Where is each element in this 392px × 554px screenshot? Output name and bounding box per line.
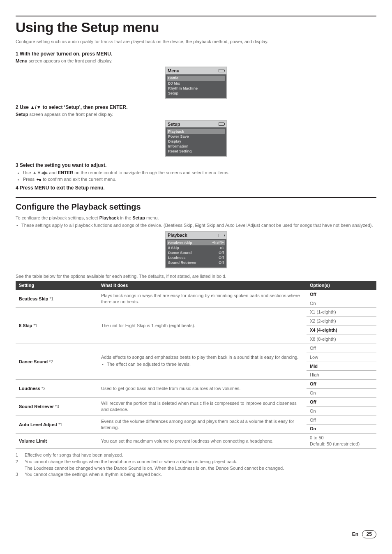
lcd-playback-screen: Playback Beatless Skip◀Off▶8 Skipx1Dance… [165, 231, 227, 268]
setting-option-cell: X4 (4-eighth) [307, 326, 376, 335]
footnotes: 1Effective only for songs that have been… [16, 452, 376, 478]
lcd-row-value: x1 [220, 245, 224, 250]
setup-word: Setup [16, 112, 28, 117]
lcd-menu-item-djmix: DJ Mix [166, 81, 226, 86]
lcd-setup-item-display: Display [166, 139, 226, 144]
setting-name-cell: Loudness *2 [16, 380, 98, 398]
setting-option-cell: Low [307, 353, 376, 362]
table-row: Dance Sound *2Adds effects to songs and … [16, 344, 376, 353]
table-row: 8 Skip *1The unit for Eight Skip is 1-ei… [16, 308, 376, 317]
lcd-setup-item-reset: Reset Setting [166, 149, 226, 154]
page-title: Using the Setup menu [16, 18, 376, 37]
lcd-row-value: Off [215, 240, 221, 245]
desc-bullet: The effect can be adjusted to three leve… [101, 361, 303, 367]
battery-icon [219, 69, 224, 72]
setting-desc-cell: Evens out the volume differences among s… [98, 416, 307, 434]
step-3-bullet-1: Use ▲▼◀▶ and ENTER on the remote control… [23, 170, 376, 176]
setting-desc-cell: Plays back songs in ways that are easy f… [98, 290, 307, 308]
section-playback-title: Configure the Playback settings [16, 201, 376, 212]
lcd-playback-row: 8 Skipx1 [166, 245, 226, 250]
text: Press [23, 177, 36, 182]
enter-label: ENTER [58, 170, 73, 175]
battery-icon [219, 122, 224, 126]
setting-option-cell: Off [307, 290, 376, 299]
lcd-setup-body: Playback Power Save Display Information … [166, 127, 226, 156]
footnote-text: Effective only for songs that have been … [25, 452, 123, 458]
lcd-row-value: Off [219, 260, 224, 265]
lcd-menu-item-label: DJ Mix [168, 81, 180, 86]
lcd-setup-item-label: Power Save [168, 134, 189, 139]
setting-option-cell: Off [307, 416, 376, 425]
section-playback-lead: To configure the playback settings, sele… [16, 215, 376, 221]
step-3-bullet-2: Press to confirm and exit the current me… [23, 176, 376, 182]
text: Use [23, 170, 32, 175]
footnote-num [16, 465, 21, 471]
setting-option-cell: X2 (2-eighth) [307, 317, 376, 326]
lcd-menu-item-label: Battle [168, 76, 178, 81]
step-3-head: 3 Select the setting you want to adjust. [16, 162, 376, 169]
step-1-sub: Menu screen appears on the front panel d… [16, 58, 376, 64]
setting-option-cell: X8 (8-eighth) [307, 335, 376, 344]
lcd-menu-item-setup: Setup [166, 91, 226, 96]
setup-word: Setup [132, 215, 145, 220]
page-intro: Configure setting such as audio quality … [16, 39, 376, 45]
lcd-setup-item-information: Information [166, 144, 226, 149]
lcd-row-name: Dance Sound [168, 250, 192, 255]
col-setting: Setting [16, 281, 98, 290]
footnote-text: You cannot change the settings when the … [25, 459, 238, 465]
lcd-row-name: Sound Retriever [168, 260, 197, 265]
lcd-menu-title: Menu [168, 68, 180, 74]
step-3-bullets: Use ▲▼◀▶ and ENTER on the remote control… [23, 170, 376, 182]
lcd-menu-title-bar: Menu [166, 67, 226, 74]
lcd-setup-screen: Setup Playback Power Save Display Inform… [165, 120, 227, 157]
footnote-row: 2You cannot change the settings when the… [16, 459, 376, 465]
step-1-sub-rest: screen appears on the front panel displa… [28, 58, 113, 63]
section-rule [16, 197, 376, 198]
table-row: Loudness *2Used to get good bass and tre… [16, 380, 376, 389]
footer-page-number: 25 [362, 530, 376, 538]
setting-option-cell: On [307, 299, 376, 308]
settings-table-body: Beatless Skip *1Plays back songs in ways… [16, 290, 376, 448]
lcd-setup-item-label: Playback [168, 129, 184, 134]
page-footer: En 25 [16, 527, 376, 538]
lcd-row-value-wrap: ◀Off▶ [212, 240, 224, 245]
lcd-setup-item-powersave: Power Save [166, 134, 226, 139]
setting-option-cell: 0 to 50 Default: 50 (unrestricted) [307, 434, 376, 449]
step-2-head: 2 Use ▲/▼ to select ‘Setup’, then press … [16, 104, 376, 111]
lcd-setup-item-playback: Playback [167, 129, 225, 134]
lcd-setup-item-label: Display [168, 139, 181, 144]
lcd-playback-row: LoudnessOff [166, 255, 226, 260]
setting-option-cell: Mid [307, 362, 376, 371]
setting-option-cell: Off [307, 380, 376, 389]
text: on the remote control to navigate throug… [73, 170, 229, 175]
lcd-row-name: Loudness [168, 255, 186, 260]
lcd-playback-row: Sound RetrieverOff [166, 260, 226, 265]
lcd-menu-screen: Menu Battle DJ Mix Rhythm Machine Setup [165, 67, 227, 99]
setting-name-cell: Auto Level Adjust *1 [16, 416, 98, 434]
settings-table-head: Setting What it does Option(s) [16, 281, 376, 290]
footnote-num: 1 [16, 452, 21, 458]
table-row: Volume LimitYou can set the maximum volu… [16, 434, 376, 449]
lcd-row-name: Beatless Skip [168, 240, 192, 245]
lcd-setup-title: Setup [168, 121, 180, 127]
lcd-playback-row: Dance SoundOff [166, 250, 226, 255]
setting-desc-cell: Used to get good bass and treble from mu… [98, 380, 307, 398]
text: and [48, 170, 58, 175]
footer-lang: En [352, 531, 358, 538]
lcd-menu-body: Battle DJ Mix Rhythm Machine Setup [166, 74, 226, 98]
setting-name-cell: 8 Skip *1 [16, 308, 98, 344]
setting-option-cell: Off [307, 397, 376, 406]
footnote-num: 2 [16, 459, 21, 465]
setting-name-cell: Sound Retriever *3 [16, 397, 98, 416]
footnote-text: The Loudness cannot be changed when the … [25, 465, 284, 471]
menu-word: Menu [16, 58, 28, 63]
footnote-num: 3 [16, 471, 21, 478]
chevron-left-icon: ◀ [212, 240, 214, 245]
text: in the [119, 215, 132, 220]
section-playback-note-1: These settings apply to all playback fun… [16, 222, 376, 229]
footnote-text: You cannot change the settings when a rh… [25, 471, 162, 478]
setting-desc-cell: You can set the maximum volume to preven… [98, 434, 307, 449]
lcd-playback-title: Playback [168, 232, 187, 238]
top-rule [16, 16, 376, 16]
setting-name-cell: Beatless Skip *1 [16, 290, 98, 308]
